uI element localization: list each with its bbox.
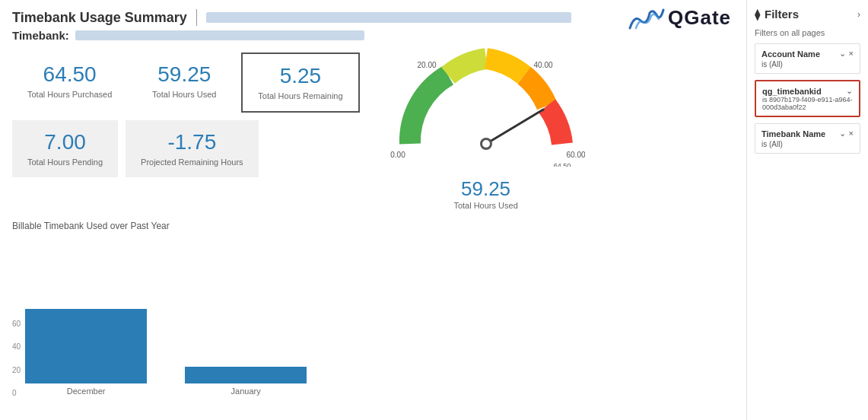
- logo-text: QGate: [668, 6, 731, 30]
- kpi-label-used: Total Hours Used: [152, 90, 216, 99]
- chart-bars-area: December January: [25, 312, 734, 411]
- svg-text:20.00: 20.00: [417, 61, 436, 69]
- filter-controls-timebank-name: ⌄ ×: [839, 129, 854, 138]
- kpi-left: 64.50 Total Hours Purchased 59.25 Total …: [12, 52, 360, 210]
- chart-bar-january: [185, 367, 307, 383]
- header-divider: [196, 9, 197, 26]
- kpi-value-remaining: 5.25: [280, 65, 322, 88]
- kpi-value-used: 59.25: [157, 63, 211, 87]
- timebank-row: Timebank:: [12, 29, 734, 42]
- kpi-label-projected: Projected Remaining Hours: [141, 158, 243, 167]
- filter-name-timebank-name: Timebank Name: [761, 129, 825, 138]
- chart-y-label-20: 20: [12, 366, 21, 374]
- sidebar-collapse-button[interactable]: ›: [857, 9, 860, 20]
- timebank-label: Timebank:: [12, 29, 69, 42]
- svg-text:60.00: 60.00: [566, 151, 585, 159]
- kpi-total-hours-pending: 7.00 Total Hours Pending: [12, 120, 118, 177]
- filter-chevron-timebankid[interactable]: ⌄: [846, 86, 853, 96]
- kpi-area: 64.50 Total Hours Purchased 59.25 Total …: [12, 52, 734, 210]
- kpi-label-pending: Total Hours Pending: [27, 158, 103, 167]
- gauge-sub-label: Total Hours Used: [453, 201, 517, 210]
- gauge-svg: 0.00 20.00 40.00 60.00 64.50: [387, 45, 585, 167]
- svg-text:40.00: 40.00: [533, 61, 552, 69]
- sidebar-filters: ⧫ Filters › Filters on all pages Account…: [746, 0, 868, 420]
- filter-item-timebank-name-header: Timebank Name ⌄ ×: [761, 129, 854, 138]
- chart-y-labels: 0 20 40 60: [12, 320, 21, 411]
- filter-chevron-account-name[interactable]: ⌄: [839, 49, 846, 59]
- svg-point-2: [482, 140, 490, 148]
- svg-line-0: [486, 110, 543, 144]
- filter-item-account-name-header: Account Name ⌄ ×: [761, 49, 854, 59]
- chart-y-label-40: 40: [12, 342, 21, 351]
- header-subtitle-bar: [206, 12, 571, 23]
- sidebar-header: ⧫ Filters ›: [755, 8, 860, 21]
- svg-text:0.00: 0.00: [390, 151, 405, 159]
- filter-item-timebankid[interactable]: qg_timebankid ⌄ is 8907b179-f409-e911-a9…: [755, 80, 860, 117]
- filter-item-timebank-name[interactable]: Timebank Name ⌄ × is (All): [755, 123, 860, 154]
- filter-value-timebank-name: is (All): [761, 140, 854, 148]
- kpi-total-hours-remaining: 5.25 Total Hours Remaining: [241, 52, 359, 113]
- filter-chevron-timebank-name[interactable]: ⌄: [839, 129, 846, 138]
- filter-controls-timebankid: ⌄: [846, 86, 853, 96]
- chart-bar-label-january: January: [231, 387, 261, 396]
- filter-clear-account-name[interactable]: ×: [849, 49, 854, 59]
- kpi-total-hours-purchased: 64.50 Total Hours Purchased: [12, 52, 127, 113]
- kpi-label-remaining: Total Hours Remaining: [258, 91, 342, 100]
- filter-item-account-name[interactable]: Account Name ⌄ × is (All): [755, 43, 860, 74]
- gauge-main-value: 59.25: [453, 177, 517, 201]
- kpi-value-projected: -1.75: [167, 131, 216, 154]
- gauge-area: 0.00 20.00 40.00 60.00 64.50 59.25 Total…: [387, 45, 585, 210]
- logo-area: QGate: [628, 6, 731, 30]
- chart-y-label-0: 0: [12, 389, 21, 397]
- svg-text:64.50: 64.50: [553, 162, 571, 167]
- filter-name-timebankid: qg_timebankid: [762, 87, 822, 96]
- filter-item-timebankid-header: qg_timebankid ⌄: [762, 86, 853, 96]
- kpi-value-pending: 7.00: [44, 131, 86, 154]
- chart-bar-label-december: December: [67, 387, 106, 396]
- filter-icon: ⧫: [755, 8, 760, 21]
- chart-y-label-60: 60: [12, 320, 21, 328]
- header: Timebank Usage Summary QGate: [12, 9, 734, 26]
- filter-value-timebankid: is 8907b179-f409-e911-a964-000d3aba0f22: [762, 96, 853, 111]
- page-title: Timebank Usage Summary: [12, 10, 187, 26]
- chart-title: Billable Timebank Used over Past Year: [12, 221, 734, 231]
- chart-bar-group-december: December: [25, 309, 147, 396]
- timebank-value-bar: [75, 30, 364, 40]
- chart-area: Billable Timebank Used over Past Year 0 …: [12, 221, 734, 411]
- filters-section-label: Filters on all pages: [755, 28, 860, 37]
- gauge-container: 0.00 20.00 40.00 60.00 64.50: [387, 45, 585, 174]
- kpi-bottom-row: 7.00 Total Hours Pending -1.75 Projected…: [12, 120, 360, 177]
- sidebar-title: ⧫ Filters: [755, 8, 799, 21]
- gauge-label-bottom: 59.25 Total Hours Used: [453, 177, 517, 210]
- kpi-total-hours-used: 59.25 Total Hours Used: [135, 52, 234, 113]
- logo-icon: [628, 7, 665, 30]
- filter-value-account-name: is (All): [761, 60, 854, 68]
- filter-name-account-name: Account Name: [761, 49, 820, 59]
- chart-bar-group-january: January: [185, 367, 307, 396]
- filter-controls-account-name: ⌄ ×: [839, 49, 854, 59]
- filters-title-text: Filters: [765, 8, 799, 21]
- kpi-projected-remaining: -1.75 Projected Remaining Hours: [126, 120, 259, 177]
- chart-bar-december: [25, 309, 147, 383]
- kpi-value-purchased: 64.50: [43, 63, 97, 87]
- kpi-top-row: 64.50 Total Hours Purchased 59.25 Total …: [12, 52, 360, 113]
- main-content: Timebank Usage Summary QGate Timebank:: [0, 0, 746, 420]
- filter-clear-timebank-name[interactable]: ×: [849, 129, 854, 138]
- kpi-label-purchased: Total Hours Purchased: [27, 90, 112, 99]
